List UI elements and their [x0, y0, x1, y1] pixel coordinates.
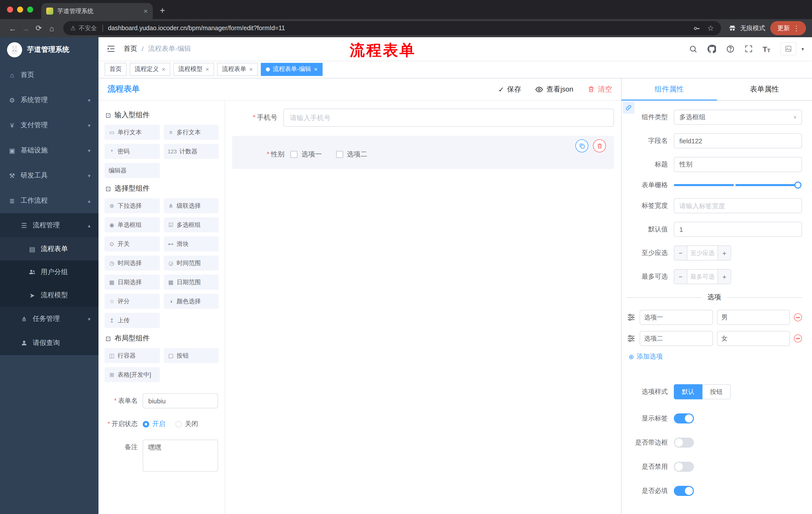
page-tab-process-model[interactable]: 流程模型 × — [173, 63, 214, 76]
required-toggle[interactable] — [674, 486, 694, 496]
slider-handle[interactable] — [794, 182, 802, 189]
tab-close-icon[interactable]: × — [162, 65, 165, 73]
tab-close-icon[interactable]: × — [314, 65, 318, 73]
tab-close-icon[interactable]: × — [249, 65, 253, 73]
view-json-button[interactable]: 查看json — [535, 85, 573, 94]
palette-item-rate[interactable]: ☆评分 — [105, 294, 160, 309]
with-border-toggle[interactable] — [674, 437, 694, 448]
field-name-input[interactable] — [674, 133, 802, 148]
tab-close-icon[interactable]: × — [144, 7, 148, 15]
sidebar-item-dev-tools[interactable]: ⚒ 研发工具 ▾ — [0, 163, 98, 188]
home-button[interactable]: ⌂ — [45, 24, 58, 32]
option-label-input[interactable] — [640, 310, 713, 325]
default-value-input[interactable] — [674, 222, 802, 237]
tab-form-props[interactable]: 表单属性 — [717, 78, 812, 100]
add-option-button[interactable]: ⊕ 添加选项 — [629, 352, 802, 361]
sidebar-item-infrastructure[interactable]: ▣ 基础设施 ▾ — [0, 138, 98, 163]
window-zoom-button[interactable] — [27, 6, 33, 12]
canvas-field-gender-selected[interactable]: 性别 选项一 选项二 — [232, 136, 614, 169]
new-tab-button[interactable]: + — [160, 5, 165, 16]
sidebar-item-leave-query[interactable]: 请假查询 — [0, 331, 98, 355]
increase-button[interactable]: + — [718, 270, 731, 283]
remark-textarea[interactable]: 嘿嘿 — [143, 439, 218, 472]
title-input[interactable] — [674, 157, 802, 172]
page-tab-process-form-edit[interactable]: 流程表单-编辑 × — [261, 63, 323, 76]
max-select-input[interactable] — [687, 270, 718, 283]
palette-item-radio-group[interactable]: ◉单选框组 — [105, 217, 160, 232]
form-link-button[interactable] — [622, 102, 635, 114]
sidebar-item-payment-management[interactable]: ¥ 支付管理 ▾ — [0, 113, 98, 138]
browser-menu-icon[interactable]: ⋮ — [790, 24, 803, 32]
palette-item-button[interactable]: ▢按钮 — [164, 348, 219, 363]
palette-item-row-container[interactable]: ◫行容器 — [105, 348, 160, 363]
sidebar-item-process-form[interactable]: ▤ 流程表单 — [0, 237, 98, 261]
palette-item-select[interactable]: ⊚下拉选择 — [105, 198, 160, 213]
tab-component-props[interactable]: 组件属性 — [621, 78, 717, 100]
security-label[interactable]: 不安全 — [79, 24, 97, 32]
remove-option-button[interactable] — [794, 334, 802, 343]
search-icon[interactable] — [689, 45, 697, 53]
github-icon[interactable] — [707, 45, 716, 53]
palette-item-multi-line-text[interactable]: ≡多行文本 — [164, 125, 219, 140]
disabled-toggle[interactable] — [674, 462, 694, 472]
palette-item-checkbox-group[interactable]: ☑多选框组 — [164, 217, 219, 232]
component-type-select[interactable]: 多选框组 ▾ — [674, 110, 802, 125]
copy-component-button[interactable] — [575, 139, 588, 153]
palette-item-single-line-text[interactable]: ▭单行文本 — [105, 125, 160, 140]
page-tab-process-definition[interactable]: 流程定义 × — [129, 63, 170, 76]
palette-item-date-picker[interactable]: ▦日期选择 — [105, 275, 160, 290]
avatar-caret-icon[interactable]: ▾ — [802, 46, 804, 52]
forward-button[interactable]: → — [19, 24, 32, 32]
palette-item-time-picker[interactable]: ◷时间选择 — [105, 255, 160, 271]
increase-button[interactable]: + — [718, 246, 731, 260]
label-width-input[interactable] — [674, 198, 802, 213]
page-tab-home[interactable]: 首页 — [105, 63, 127, 76]
address-bar[interactable]: ⚠ 不安全 dashboard.yudao.iocoder.cn/bpm/man… — [63, 21, 721, 35]
app-logo[interactable]: 芋道管理系统 — [0, 37, 98, 62]
sidebar-item-task-management[interactable]: ⋔ 任务管理 ▾ — [0, 307, 98, 331]
option-label-input[interactable] — [640, 331, 713, 346]
font-size-icon[interactable]: TT — [762, 45, 770, 53]
form-canvas[interactable]: 手机号 — [225, 101, 621, 514]
sidebar-item-process-management[interactable]: ☰ 流程管理 ▴ — [0, 213, 98, 237]
palette-item-editor[interactable]: 编辑器 — [105, 163, 160, 178]
palette-item-color-picker[interactable]: ◑颜色选择 — [164, 294, 219, 309]
palette-item-counter[interactable]: 123计数器 — [164, 144, 219, 159]
drag-handle-icon[interactable] — [627, 313, 636, 322]
url-text[interactable]: dashboard.yudao.iocoder.cn/bpm/manager/f… — [103, 25, 686, 32]
sidebar-item-workflow[interactable]: ≣ 工作流程 ▴ — [0, 188, 98, 213]
grid-slider[interactable] — [674, 184, 798, 186]
phone-input[interactable] — [283, 109, 614, 127]
sidebar-item-system-management[interactable]: ⚙ 系统管理 ▾ — [0, 87, 98, 113]
style-default-button[interactable]: 默认 — [674, 384, 702, 399]
back-button[interactable]: ← — [6, 24, 19, 32]
form-name-input[interactable] — [143, 393, 218, 408]
tab-close-icon[interactable]: × — [205, 65, 209, 73]
fullscreen-icon[interactable] — [745, 45, 752, 53]
option-value-input[interactable] — [717, 331, 790, 346]
browser-tab[interactable]: 芋道管理系统 × — [41, 3, 153, 19]
palette-item-switch[interactable]: ⊙开关 — [105, 236, 160, 251]
gender-option-1-checkbox[interactable]: 选项一 — [290, 150, 322, 159]
password-key-icon[interactable] — [693, 24, 700, 32]
canvas-field-phone[interactable]: 手机号 — [232, 109, 614, 127]
decrease-button[interactable]: − — [674, 270, 687, 283]
window-close-button[interactable] — [7, 6, 13, 12]
gender-option-2-checkbox[interactable]: 选项二 — [336, 150, 367, 159]
sidebar-item-user-group[interactable]: 用户分组 — [0, 261, 98, 283]
user-avatar[interactable] — [780, 42, 796, 55]
option-value-input[interactable] — [717, 310, 790, 325]
palette-item-password[interactable]: *密码 — [105, 144, 160, 159]
drag-handle-icon[interactable] — [627, 334, 636, 343]
palette-item-table[interactable]: ⊞表格[开发中] — [105, 367, 160, 382]
palette-item-date-range[interactable]: ▩日期范围 — [164, 275, 219, 290]
status-radio-on[interactable]: 开启 — [143, 420, 165, 429]
clear-button[interactable]: 清空 — [587, 85, 612, 94]
page-tab-process-form[interactable]: 流程表单 × — [217, 63, 258, 76]
delete-component-button[interactable] — [593, 139, 606, 153]
palette-item-time-range[interactable]: ◶时间范围 — [164, 255, 219, 271]
show-label-toggle[interactable] — [674, 413, 694, 424]
bookmark-star-icon[interactable]: ☆ — [707, 24, 714, 33]
sidebar-item-home[interactable]: ⌂ 首页 — [0, 62, 98, 87]
remove-option-button[interactable] — [794, 313, 802, 321]
